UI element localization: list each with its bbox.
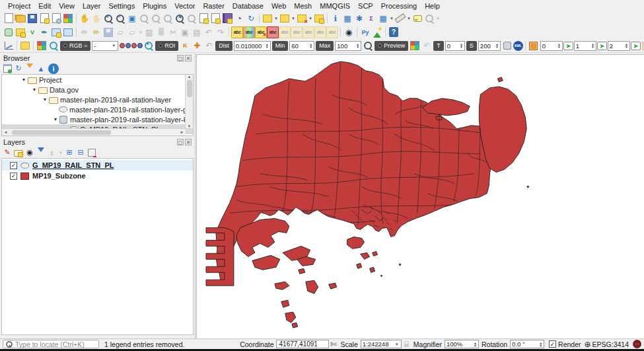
layer-item-subzone[interactable]: ✓ MP19_Subzone: [2, 171, 193, 181]
show-hide-labels-icon[interactable]: abc: [291, 26, 303, 38]
kml-export-icon[interactable]: KML: [513, 41, 523, 51]
menu-raster[interactable]: Raster: [199, 1, 228, 11]
layer-checkbox[interactable]: ✓: [10, 162, 17, 169]
mmqgis-icon[interactable]: ◉: [343, 26, 355, 38]
map-canvas[interactable]: [196, 54, 644, 338]
processing-toolbox-icon[interactable]: ✱: [353, 13, 365, 24]
crs-status[interactable]: EPSG:3414: [592, 340, 629, 348]
deselect-dropdown[interactable]: ▾: [308, 16, 313, 21]
browser-collapse-all-icon[interactable]: ▲: [36, 63, 46, 74]
attribute-table-icon[interactable]: ▦: [341, 13, 353, 24]
magnifier-spinbox[interactable]: 100%▲▼: [445, 340, 479, 348]
preview-redo-icon[interactable]: ↶: [421, 40, 433, 52]
max-spinbox[interactable]: 100▲▼: [335, 41, 361, 51]
step1-spinbox[interactable]: 1▲▼: [574, 41, 596, 51]
menu-project[interactable]: Project: [4, 1, 34, 11]
pin-unpin-labels-icon[interactable]: abc: [279, 26, 291, 38]
rotation-spinbox[interactable]: 0.0 °▲▼: [510, 340, 544, 348]
raster-pointer-icon[interactable]: [36, 40, 48, 52]
step3-icon[interactable]: ➤: [631, 42, 641, 50]
measure-dropdown[interactable]: ▾: [406, 16, 411, 21]
vertex-dropdown[interactable]: ▾: [138, 30, 143, 35]
rgb-glasses-local-icon[interactable]: [131, 40, 143, 52]
highlight-labels-icon[interactable]: abc: [267, 26, 279, 38]
menu-layer[interactable]: Layer: [79, 1, 105, 11]
menu-settings[interactable]: Settings: [104, 1, 139, 11]
menu-view[interactable]: View: [55, 1, 79, 11]
open-project-icon[interactable]: [15, 13, 26, 24]
map-themes-icon[interactable]: ◉: [24, 147, 35, 158]
open-table-dropdown[interactable]: ▾: [389, 16, 394, 21]
rotate-label-icon[interactable]: abc: [314, 26, 326, 38]
change-label-icon[interactable]: abc: [326, 26, 338, 38]
zoom-misc-dropdown[interactable]: ▾: [435, 16, 441, 21]
browser-float-button[interactable]: ◻: [177, 55, 184, 61]
select-by-form-dropdown[interactable]: ▾: [291, 16, 296, 21]
current-edits-icon[interactable]: ✏: [79, 26, 90, 38]
python-console-icon[interactable]: Py: [359, 26, 371, 38]
menu-scp[interactable]: SCP: [354, 1, 377, 11]
menu-mmqgis[interactable]: MMQGIS: [316, 1, 354, 11]
browser-properties-icon[interactable]: i: [48, 63, 59, 74]
filter-legend-icon[interactable]: [36, 147, 46, 158]
preview-badge[interactable]: Preview: [375, 41, 408, 51]
layout-manager-icon[interactable]: [50, 13, 62, 24]
paste-features-icon[interactable]: ▤: [191, 26, 203, 38]
coordinate-input[interactable]: 41677,41091: [276, 340, 329, 348]
render-checkbox[interactable]: ✓: [549, 340, 556, 348]
layer-labeling-icon[interactable]: abc: [231, 26, 243, 38]
rgb-combo[interactable]: -▾: [92, 41, 118, 51]
tree-item-rail-folder[interactable]: ▾master-plan-2019-rail-station-layer: [2, 95, 193, 104]
lock-scale-icon[interactable]: [402, 338, 411, 350]
crs-globe-icon[interactable]: ⊕: [583, 338, 592, 350]
layer-diagram-icon[interactable]: abc: [243, 26, 255, 38]
select-by-location-icon[interactable]: [313, 13, 325, 24]
remove-layer-icon[interactable]: [87, 147, 97, 158]
map-tips-icon[interactable]: [411, 13, 423, 24]
zoom-next-icon[interactable]: [186, 13, 197, 24]
pan-map-icon[interactable]: ✋: [79, 13, 90, 24]
tree-item-rail-geojson[interactable]: master-plan-2019-rail-station-layer-geoj…: [2, 104, 193, 114]
zoom-last-icon[interactable]: ◄: [174, 13, 186, 24]
bandset-icon[interactable]: [19, 40, 31, 52]
menu-vector[interactable]: Vector: [170, 1, 199, 11]
grid-spinbox[interactable]: 0▲▼: [540, 41, 563, 51]
step1-icon[interactable]: ➤: [563, 42, 573, 50]
roi-redo-icon[interactable]: ↶: [203, 40, 215, 52]
messages-button[interactable]: ⋯: [633, 340, 641, 348]
deselect-features-icon[interactable]: [296, 13, 308, 24]
scale-combo[interactable]: 1:242248▾: [361, 340, 402, 348]
refresh-map-icon[interactable]: ↻: [245, 13, 257, 24]
step2-icon[interactable]: ➤: [597, 42, 607, 50]
bookmarks-icon[interactable]: [221, 13, 233, 24]
tree-item-datagov[interactable]: ▾Data.gov: [2, 85, 193, 95]
roi-polygon-icon[interactable]: K: [179, 40, 191, 52]
preview-style-icon[interactable]: [409, 40, 421, 52]
open-table-icon[interactable]: ▦: [377, 13, 389, 24]
menu-plugins[interactable]: Plugins: [139, 1, 170, 11]
layer-styling-icon[interactable]: ✎: [2, 147, 13, 158]
add-group-icon[interactable]: [13, 147, 24, 158]
menu-processing[interactable]: Processing: [377, 1, 421, 11]
new-3d-map-view-icon[interactable]: [209, 13, 221, 24]
preview-zoom-icon[interactable]: [362, 40, 374, 52]
browser-filter-icon[interactable]: [24, 63, 35, 74]
identify-features-icon[interactable]: ℹ: [330, 13, 341, 24]
menu-edit[interactable]: Edit: [34, 1, 55, 11]
browser-vscrollbar[interactable]: ▲ ▼: [185, 75, 193, 128]
new-scratch-layer-icon[interactable]: [50, 26, 62, 38]
roi-add-icon[interactable]: ✚: [191, 40, 203, 52]
new-project-icon[interactable]: [3, 13, 15, 24]
pin-labels-icon[interactable]: abc: [255, 26, 267, 38]
roi-badge[interactable]: ROI: [155, 41, 178, 51]
t-spinbox[interactable]: 0▲▼: [445, 41, 465, 51]
s-spinbox[interactable]: 200▲▼: [478, 41, 501, 51]
scp-zoom-icon[interactable]: [48, 40, 59, 52]
new-spatialite-icon[interactable]: ✒: [38, 26, 50, 38]
zoom-in-icon[interactable]: +: [102, 13, 114, 24]
browser-tree[interactable]: ▾Project ▾Data.gov ▾master-plan-2019-rai…: [1, 74, 194, 136]
copy-features-icon[interactable]: ▣: [179, 26, 191, 38]
expand-all-icon[interactable]: ⊞: [64, 147, 75, 158]
browser-refresh-icon[interactable]: ↻: [13, 63, 24, 74]
new-geopackage-icon[interactable]: [3, 26, 15, 38]
